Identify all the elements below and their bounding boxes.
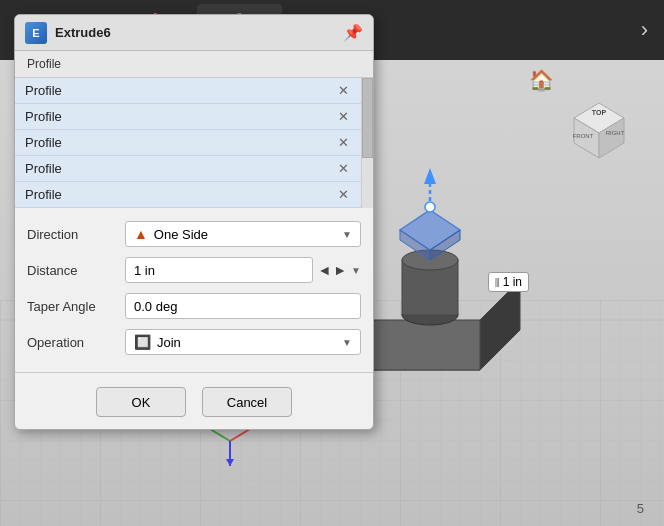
distance-arrows: ◄ ► [317, 262, 347, 278]
profile-item-4[interactable]: Profile ✕ [15, 156, 361, 182]
nav-prev-button[interactable]: › [633, 13, 656, 47]
distance-dd-arrow: ▼ [351, 265, 361, 276]
distance-arrow-right[interactable]: ► [333, 262, 347, 278]
taper-input[interactable] [125, 293, 361, 319]
distance-row: Distance ◄ ► ▼ [15, 252, 373, 288]
direction-row: Direction ▲ One Side ▼ [15, 216, 373, 252]
svg-text:TOP: TOP [592, 109, 607, 116]
dialog-titlebar: E Extrude6 📌 [15, 15, 373, 51]
profile-item-close-3[interactable]: ✕ [336, 135, 351, 150]
coord-label: 5 [637, 501, 644, 516]
profile-list-container: Profile ✕ Profile ✕ Profile ✕ Profile ✕ … [15, 78, 373, 208]
operation-dropdown[interactable]: 🔲 Join ▼ [125, 329, 361, 355]
svg-marker-4 [480, 280, 520, 370]
profile-section-header: Profile [15, 51, 373, 78]
operation-row: Operation 🔲 Join ▼ [15, 324, 373, 360]
form-section: Direction ▲ One Side ▼ Distance ◄ [15, 208, 373, 368]
direction-dd-value: One Side [154, 227, 208, 242]
direction-dd-arrow: ▼ [342, 229, 352, 240]
distance-control: ◄ ► ▼ [125, 257, 361, 283]
profile-item-label-4: Profile [25, 161, 62, 176]
profile-item-label-1: Profile [25, 83, 62, 98]
extrude-dialog: E Extrude6 📌 Profile Profile ✕ Profile ✕… [14, 14, 374, 430]
direction-control: ▲ One Side ▼ [125, 221, 361, 247]
dialog-buttons: OK Cancel [15, 377, 373, 429]
profile-item-1[interactable]: Profile ✕ [15, 78, 361, 104]
direction-label: Direction [27, 227, 117, 242]
profile-item-label-3: Profile [25, 135, 62, 150]
svg-marker-13 [424, 168, 436, 184]
operation-control: 🔲 Join ▼ [125, 329, 361, 355]
svg-text:RIGHT: RIGHT [606, 130, 625, 136]
distance-input[interactable] [125, 257, 313, 283]
distance-label: Distance [27, 263, 117, 278]
taper-row: Taper Angle [15, 288, 373, 324]
profile-label: Profile [27, 57, 61, 71]
profile-item-5[interactable]: Profile ✕ [15, 182, 361, 208]
profile-scrollbar[interactable] [361, 78, 373, 208]
scrollbar-thumb[interactable] [362, 78, 373, 158]
profile-item-close-4[interactable]: ✕ [336, 161, 351, 176]
dialog-separator [15, 372, 373, 373]
profile-item-2[interactable]: Profile ✕ [15, 104, 361, 130]
profile-item-label-2: Profile [25, 109, 62, 124]
profile-item-close-1[interactable]: ✕ [336, 83, 351, 98]
measure-value: 1 in [503, 275, 522, 289]
pin-button[interactable]: 📌 [343, 23, 363, 42]
nav-cube-svg: TOP FRONT RIGHT [554, 78, 644, 168]
operation-label: Operation [27, 335, 117, 350]
profile-list[interactable]: Profile ✕ Profile ✕ Profile ✕ Profile ✕ … [15, 78, 361, 208]
operation-dd-arrow: ▼ [342, 337, 352, 348]
operation-dd-value: Join [157, 335, 181, 350]
distance-arrow-left[interactable]: ◄ [317, 262, 331, 278]
taper-label: Taper Angle [27, 299, 117, 314]
profile-item-close-5[interactable]: ✕ [336, 187, 351, 202]
taper-control [125, 293, 361, 319]
measure-label: 1 in [488, 272, 529, 292]
nav-cube[interactable]: TOP FRONT RIGHT [554, 78, 644, 168]
profile-item-3[interactable]: Profile ✕ [15, 130, 361, 156]
profile-item-close-2[interactable]: ✕ [336, 109, 351, 124]
ok-button[interactable]: OK [96, 387, 186, 417]
dialog-icon: E [25, 22, 47, 44]
direction-dd-icon: ▲ [134, 226, 148, 242]
profile-item-label-5: Profile [25, 187, 62, 202]
direction-dropdown[interactable]: ▲ One Side ▼ [125, 221, 361, 247]
svg-text:FRONT: FRONT [573, 133, 594, 139]
svg-marker-26 [226, 459, 234, 466]
dialog-title: Extrude6 [55, 25, 335, 40]
svg-point-14 [425, 202, 435, 212]
cancel-button[interactable]: Cancel [202, 387, 292, 417]
operation-dd-icon: 🔲 [134, 334, 151, 350]
home-button[interactable]: 🏠 [529, 68, 554, 92]
